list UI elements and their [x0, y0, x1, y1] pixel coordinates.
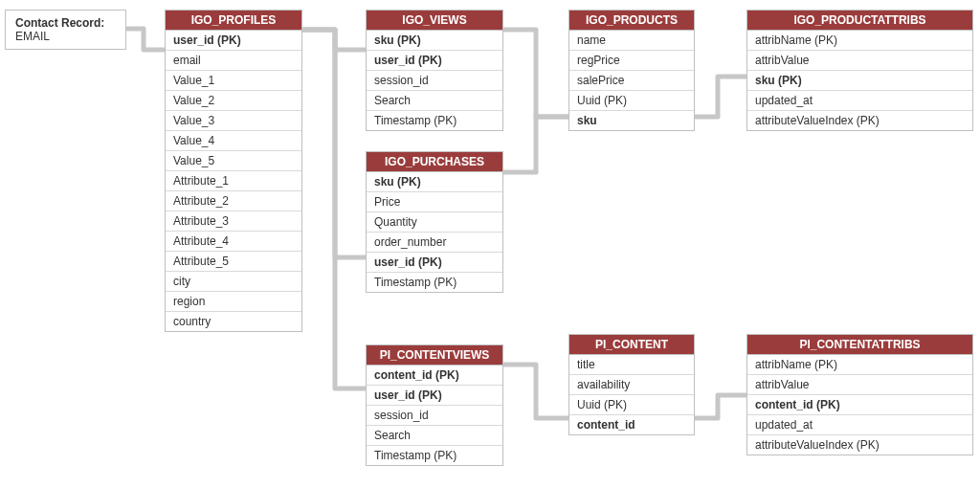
- table-header: IGO_PURCHASES: [367, 152, 502, 172]
- field: attribName (PK): [747, 355, 972, 375]
- field: Search: [367, 426, 502, 446]
- table-header: PI_CONTENT: [569, 335, 694, 355]
- table-views: IGO_VIEWS sku (PK) user_id (PK) session_…: [366, 10, 503, 131]
- field: Timestamp (PK): [367, 111, 502, 130]
- table-contentviews: PI_CONTENTVIEWS content_id (PK) user_id …: [366, 344, 503, 466]
- field: Attribute_5: [166, 252, 301, 272]
- field: user_id (PK): [166, 31, 301, 51]
- field: region: [166, 292, 301, 312]
- table-products: IGO_PRODUCTS name regPrice salePrice Uui…: [568, 10, 695, 131]
- field: updated_at: [747, 415, 972, 435]
- field: Value_4: [166, 131, 301, 151]
- field: Value_3: [166, 111, 301, 131]
- field: sku (PK): [367, 31, 502, 51]
- field: salePrice: [569, 71, 694, 91]
- table-header: IGO_PRODUCTATTRIBS: [747, 11, 972, 31]
- table-profiles: IGO_PROFILES user_id (PK) email Value_1 …: [165, 10, 302, 332]
- field: attribValue: [747, 375, 972, 395]
- field: title: [569, 355, 694, 375]
- field: Value_2: [166, 91, 301, 111]
- field: sku (PK): [747, 71, 972, 91]
- field: regPrice: [569, 51, 694, 71]
- field: session_id: [367, 406, 502, 426]
- field: availability: [569, 375, 694, 395]
- field: Quantity: [367, 212, 502, 233]
- field: city: [166, 272, 301, 292]
- field: content_id (PK): [747, 395, 972, 415]
- contact-record-box: Contact Record: EMAIL: [5, 10, 126, 50]
- contact-record-value: EMAIL: [15, 30, 116, 43]
- field: Attribute_4: [166, 232, 301, 252]
- field: Uuid (PK): [569, 91, 694, 111]
- field: attributeValueIndex (PK): [747, 435, 972, 455]
- table-header: IGO_VIEWS: [367, 11, 502, 31]
- field: email: [166, 51, 301, 71]
- field: content_id (PK): [367, 366, 502, 386]
- field: name: [569, 31, 694, 51]
- field: content_id: [569, 415, 694, 434]
- field: sku: [569, 111, 694, 130]
- contact-record-label: Contact Record:: [15, 16, 116, 30]
- table-header: IGO_PROFILES: [166, 11, 301, 31]
- field: Search: [367, 91, 502, 111]
- field: attributeValueIndex (PK): [747, 111, 972, 130]
- field: Timestamp (PK): [367, 273, 502, 292]
- field: session_id: [367, 71, 502, 91]
- field: Attribute_1: [166, 171, 301, 191]
- field: sku (PK): [367, 172, 502, 192]
- table-productattribs: IGO_PRODUCTATTRIBS attribName (PK) attri…: [746, 10, 973, 131]
- field: user_id (PK): [367, 386, 502, 406]
- field: Timestamp (PK): [367, 446, 502, 465]
- field: attribName (PK): [747, 31, 972, 51]
- field: Value_5: [166, 151, 301, 171]
- table-header: PI_CONTENTATTRIBS: [747, 335, 972, 355]
- field: attribValue: [747, 51, 972, 71]
- field: Price: [367, 192, 502, 212]
- table-contentattribs: PI_CONTENTATTRIBS attribName (PK) attrib…: [746, 334, 973, 455]
- table-header: PI_CONTENTVIEWS: [367, 345, 502, 366]
- field: user_id (PK): [367, 51, 502, 71]
- field: Attribute_3: [166, 211, 301, 232]
- table-content: PI_CONTENT title availability Uuid (PK) …: [568, 334, 695, 435]
- table-purchases: IGO_PURCHASES sku (PK) Price Quantity or…: [366, 151, 503, 293]
- field: order_number: [367, 233, 502, 253]
- field: Value_1: [166, 71, 301, 91]
- field: Attribute_2: [166, 191, 301, 211]
- field: country: [166, 312, 301, 331]
- field: Uuid (PK): [569, 395, 694, 415]
- field: updated_at: [747, 91, 972, 111]
- field: user_id (PK): [367, 253, 502, 273]
- table-header: IGO_PRODUCTS: [569, 11, 694, 31]
